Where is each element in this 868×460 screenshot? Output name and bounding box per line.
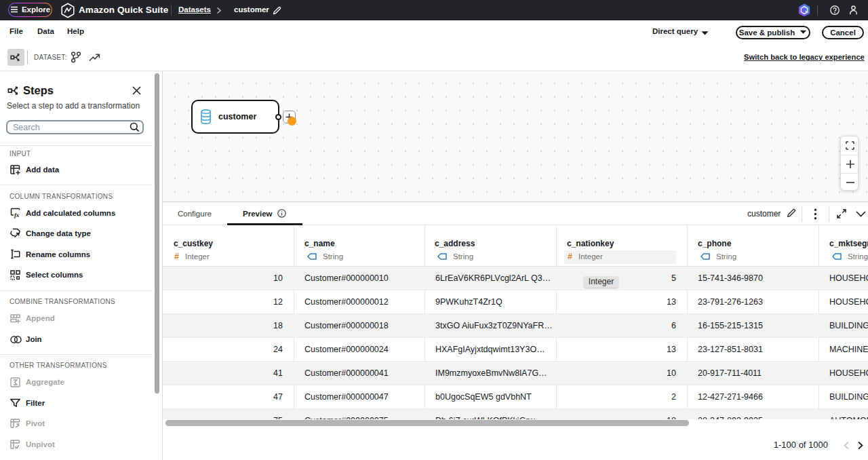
svg-text:fx: fx: [14, 212, 20, 218]
